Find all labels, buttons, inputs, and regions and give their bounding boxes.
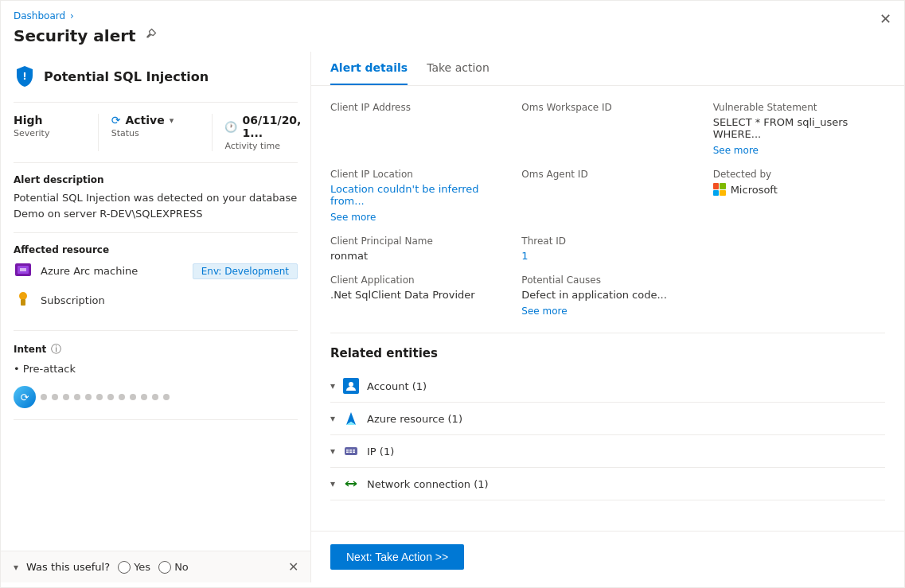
entity-account-icon <box>343 378 359 394</box>
svg-point-4 <box>19 292 27 300</box>
entity-account-label: Account (1) <box>367 380 427 392</box>
page-title: Security alert <box>14 26 136 45</box>
breadcrumb: Dashboard › <box>14 10 891 21</box>
dot-6 <box>96 394 103 400</box>
activity-divider <box>212 114 213 151</box>
severity-item: High Severity <box>14 114 85 151</box>
feedback-no-label[interactable]: No <box>158 561 189 574</box>
entity-row-azure[interactable]: ▾ Azure resource (1) <box>330 403 885 435</box>
activity-value: 06/11/20, 1... <box>242 114 301 139</box>
close-button[interactable]: ✕ <box>880 12 891 26</box>
left-panel: ! Potential SQL Injection High Severity … <box>1 52 311 582</box>
entity-network-label: Network connection (1) <box>367 478 489 490</box>
detected-by-item: Detected by Microsoft <box>713 169 885 223</box>
client-principal-name-key: Client Principal Name <box>330 236 502 247</box>
client-principal-name-item: Client Principal Name ronmat <box>330 236 502 262</box>
detected-by-key: Detected by <box>713 169 885 180</box>
tab-alert-details[interactable]: Alert details <box>330 52 408 85</box>
severity-label: Severity <box>14 128 85 138</box>
svg-rect-9 <box>345 447 357 455</box>
dot-9 <box>130 394 136 400</box>
svg-rect-5 <box>21 299 25 306</box>
arc-machine-icon <box>14 260 33 282</box>
potential-causes-key: Potential Causes <box>521 275 693 286</box>
feedback-yes-label[interactable]: Yes <box>118 561 150 574</box>
client-ip-location-see-more[interactable]: See more <box>330 212 502 223</box>
dot-3 <box>63 394 69 400</box>
entity-row-network[interactable]: ▾ Network connection (1) <box>330 468 885 500</box>
security-alert-panel: Dashboard › Security alert ✕ ! <box>0 0 905 588</box>
alert-description-label: Alert description <box>14 174 298 185</box>
detected-by-value: Microsoft <box>731 184 778 196</box>
activity-item: 🕐 06/11/20, 1... Activity time <box>224 114 298 151</box>
feedback-close-button[interactable]: ✕ <box>288 559 298 574</box>
feedback-text: Was this useful? <box>26 561 110 573</box>
client-ip-location-key: Client IP Location <box>330 169 502 180</box>
intent-active-dot: ⟳ <box>14 386 36 408</box>
status-label: Status <box>111 128 199 138</box>
empty-cell <box>713 236 885 262</box>
severity-items: High Severity ⟳ Active ▾ Status <box>14 114 298 151</box>
severity-value: High <box>14 114 85 127</box>
potential-causes-see-more[interactable]: See more <box>521 306 693 317</box>
next-take-action-button[interactable]: Next: Take Action >> <box>330 544 464 570</box>
env-badge: Env: Development <box>193 263 298 279</box>
vulnerable-statement-value: SELECT * FROM sqli_users WHERE... <box>713 116 885 140</box>
feedback-chevron-icon[interactable]: ▾ <box>14 562 18 573</box>
svg-rect-3 <box>20 268 26 271</box>
status-chevron-icon[interactable]: ▾ <box>170 115 174 126</box>
dot-11 <box>152 394 158 400</box>
threat-id-value: 1 <box>521 250 693 262</box>
svg-rect-10 <box>346 450 349 451</box>
feedback-bar: ▾ Was this useful? Yes No ✕ <box>1 551 311 582</box>
severity-status-row: High Severity ⟳ Active ▾ Status <box>14 103 298 163</box>
svg-rect-15 <box>353 452 355 454</box>
oms-workspace-key: Oms Workspace ID <box>521 102 693 113</box>
oms-workspace-id-item: Oms Workspace ID <box>521 102 693 156</box>
shield-icon: ! <box>14 64 36 89</box>
dot-4 <box>74 394 80 400</box>
svg-rect-11 <box>349 450 352 451</box>
client-ip-location-item: Client IP Location Location couldn't be … <box>330 169 502 223</box>
activity-row: 🕐 06/11/20, 1... <box>224 114 298 139</box>
client-ip-location-value: Location couldn't be inferred from... <box>330 183 502 207</box>
feedback-no-radio[interactable] <box>158 561 171 574</box>
feedback-yes-radio[interactable] <box>118 561 131 574</box>
oms-agent-id-item: Oms Agent ID <box>521 169 693 223</box>
svg-point-6 <box>349 382 353 387</box>
entity-row-ip[interactable]: ▾ IP (1) <box>330 435 885 468</box>
dot-5 <box>85 394 92 400</box>
details-content: Client IP Address Oms Workspace ID Vulne… <box>311 86 904 531</box>
activity-label: Activity time <box>224 141 298 151</box>
dot-8 <box>119 394 125 400</box>
status-row: ⟳ Active ▾ <box>111 114 199 127</box>
microsoft-logo-icon <box>713 183 726 196</box>
svg-rect-13 <box>346 452 349 454</box>
pin-icon[interactable] <box>144 28 157 44</box>
status-value: Active <box>125 114 164 127</box>
breadcrumb-separator: › <box>70 10 74 21</box>
alert-description-text: Potential SQL Injection was detected on … <box>14 190 298 221</box>
status-item: ⟳ Active ▾ Status <box>111 114 199 151</box>
details-grid: Client IP Address Oms Workspace ID Vulne… <box>330 102 885 317</box>
entity-azure-chevron-icon: ▾ <box>330 413 335 424</box>
breadcrumb-parent[interactable]: Dashboard <box>14 10 65 21</box>
dot-10 <box>141 394 147 400</box>
dot-7 <box>107 394 114 400</box>
intent-section: Intent ⓘ • Pre-attack ⟳ <box>14 331 298 420</box>
entity-ip-chevron-icon: ▾ <box>330 446 335 457</box>
entity-row-account[interactable]: ▾ Account (1) <box>330 370 885 403</box>
vulnerable-statement-see-more[interactable]: See more <box>713 145 885 156</box>
subscription-name: Subscription <box>41 294 298 306</box>
intent-label-row: Intent ⓘ <box>14 342 298 356</box>
client-application-item: Client Application .Net SqlClient Data P… <box>330 275 502 317</box>
entity-account-chevron-icon: ▾ <box>330 380 335 391</box>
related-entities-title: Related entities <box>330 346 885 360</box>
tab-take-action[interactable]: Take action <box>427 52 490 85</box>
detected-by-row: Microsoft <box>713 183 885 196</box>
arc-machine-name: Azure Arc machine <box>41 265 185 277</box>
threat-id-key: Threat ID <box>521 236 693 247</box>
intent-dot-bar: ⟳ <box>14 386 298 408</box>
intent-active-icon: ⟳ <box>21 391 29 403</box>
entity-network-icon <box>343 476 359 492</box>
